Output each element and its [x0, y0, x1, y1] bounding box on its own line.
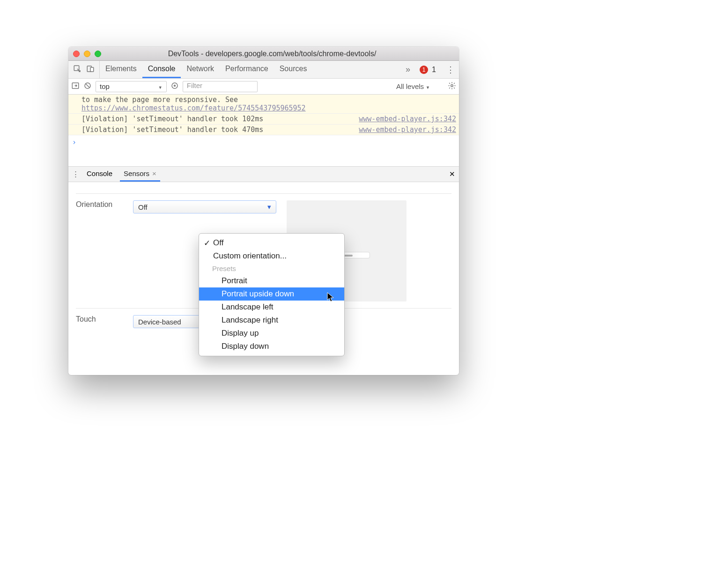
error-count-label: 1 [432, 66, 436, 74]
drawer-tab-label: Sensors [124, 169, 149, 177]
dropdown-option-display-up[interactable]: Display up [199, 327, 344, 340]
dropdown-option-portrait-upside-down[interactable]: Portrait upside down [199, 287, 344, 301]
tab-network[interactable]: Network [181, 61, 220, 78]
svg-point-7 [451, 85, 453, 87]
chromestatus-link[interactable]: https://www.chromestatus.com/feature/574… [81, 104, 306, 112]
chevron-down-icon: ▾ [267, 203, 271, 211]
close-window-button[interactable] [73, 51, 80, 57]
tab-performance[interactable]: Performance [220, 61, 274, 78]
console-message: to make the page more responsive. See ht… [68, 95, 459, 114]
minimize-window-button[interactable] [84, 51, 90, 57]
dropdown-option-custom[interactable]: Custom orientation... [199, 250, 344, 263]
context-value: top [100, 82, 110, 90]
drawer-kebab-icon[interactable]: ⋮ [72, 170, 79, 178]
console-toolbar: top Filter All levels [68, 79, 459, 95]
filter-placeholder: Filter [187, 81, 202, 89]
orientation-select-value: Off [138, 203, 148, 211]
console-output: to make the page more responsive. See ht… [68, 95, 459, 149]
levels-label: All levels [396, 82, 424, 90]
log-levels-selector[interactable]: All levels [396, 82, 430, 90]
tab-console[interactable]: Console [142, 61, 181, 78]
kebab-menu-icon[interactable]: ⋮ [446, 65, 454, 75]
tab-sources[interactable]: Sources [274, 61, 313, 78]
source-link[interactable]: www-embed-player.js:342 [359, 125, 456, 134]
dropdown-option-off[interactable]: Off [199, 236, 344, 250]
source-link[interactable]: www-embed-player.js:342 [359, 115, 456, 123]
violation-text: [Violation] 'setTimeout' handler took 47… [81, 125, 263, 134]
filter-input[interactable]: Filter [183, 81, 258, 92]
error-badge[interactable]: 1 [420, 66, 428, 74]
orientation-select[interactable]: Off ▾ [133, 200, 276, 213]
console-violation-row: [Violation] 'setTimeout' handler took 47… [68, 125, 459, 135]
chevron-down-icon [156, 82, 163, 90]
drawer-tab-console[interactable]: Console [83, 167, 116, 182]
dropdown-option-portrait[interactable]: Portrait [199, 274, 344, 287]
context-selector[interactable]: top [96, 81, 167, 92]
tab-elements[interactable]: Elements [100, 61, 142, 78]
clear-console-icon[interactable] [83, 81, 92, 91]
svg-point-6 [174, 85, 176, 87]
dropdown-presets-header: Presets [199, 263, 344, 274]
settings-gear-icon[interactable] [448, 81, 456, 91]
dropdown-option-landscape-left[interactable]: Landscape left [199, 301, 344, 314]
console-violation-row: [Violation] 'setTimeout' handler took 10… [68, 114, 459, 125]
drawer-tab-sensors[interactable]: Sensors × [120, 167, 160, 182]
close-tab-icon[interactable]: × [152, 169, 156, 177]
show-console-sidebar-icon[interactable] [71, 81, 80, 91]
live-expression-icon[interactable] [170, 81, 179, 91]
inspect-element-icon[interactable] [73, 65, 81, 75]
svg-rect-2 [90, 67, 94, 72]
touch-select-value: Device-based [138, 318, 181, 326]
touch-label: Touch [76, 315, 123, 323]
device-toolbar-icon[interactable] [86, 65, 95, 75]
console-prompt[interactable]: › [68, 135, 459, 149]
more-tabs-icon[interactable] [406, 65, 410, 74]
orientation-label: Orientation [76, 200, 123, 209]
window-title: DevTools - developers.google.com/web/too… [90, 50, 454, 58]
dropdown-option-display-down[interactable]: Display down [199, 340, 344, 353]
titlebar: DevTools - developers.google.com/web/too… [68, 47, 459, 61]
orientation-dropdown-popup: Off Custom orientation... Presets Portra… [199, 233, 345, 356]
close-drawer-icon[interactable]: ✕ [449, 170, 455, 178]
chevron-down-icon [424, 82, 430, 90]
violation-text: [Violation] 'setTimeout' handler took 10… [81, 115, 263, 123]
drawer-header: ⋮ Console Sensors × ✕ [68, 166, 459, 182]
devtools-window: DevTools - developers.google.com/web/too… [68, 47, 459, 375]
dropdown-option-landscape-right[interactable]: Landscape right [199, 314, 344, 327]
devtools-tabs: Elements Console Network Performance Sou… [68, 61, 459, 79]
